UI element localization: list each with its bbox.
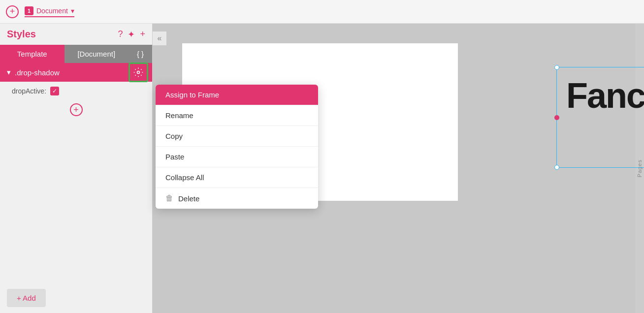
doc-title: Document [36,7,68,15]
trash-icon: 🗑 [165,194,173,203]
top-add-icon: + [10,6,15,17]
doc-arrow: ▾ [71,7,74,15]
gear-btn-container [129,63,148,82]
main-layout: Styles ? ✦ + Template [Document] [0,24,644,313]
add-circle-row: + [0,100,152,119]
pages-strip: Pages [635,24,644,313]
tab-template[interactable]: Template [0,45,64,63]
context-menu-paste[interactable]: Paste [156,147,318,167]
rename-label: Rename [165,111,193,120]
context-menu: Assign to Frame Rename Copy Paste Collap… [156,85,318,209]
drop-active-checkbox[interactable]: ✓ [50,87,59,95]
tab-template-label: Template [17,50,47,58]
handle-mid-left [554,115,559,120]
collapse-icon: « [158,34,162,43]
tabs-row: Template [Document] { } [0,45,152,63]
add-style-button[interactable]: + [140,29,145,39]
fancy-text-container: Fanc ✏️ Text [566,78,644,113]
collapse-all-label: Collapse All [165,173,204,182]
styles-icons: ? ✦ + [118,29,145,40]
add-button-label: + Add [17,294,36,302]
assign-to-frame-label: Assign to Frame [165,91,219,99]
drop-active-label: dropActive: [12,87,46,95]
delete-label: Delete [178,194,199,203]
top-add-button[interactable]: + [6,5,19,18]
magic-icon-button[interactable]: ✦ [128,29,135,40]
handle-left-pink [554,115,559,120]
context-menu-copy[interactable]: Copy [156,126,318,147]
context-menu-assign-to-frame[interactable]: Assign to Frame [156,85,318,105]
context-menu-delete[interactable]: 🗑 Delete [156,188,318,209]
gear-icon [133,67,143,77]
drop-shadow-row[interactable]: ▾ .drop-shadow [0,63,152,82]
handle-bot-left [554,165,559,170]
drop-active-row: dropActive: ✓ [0,82,152,100]
help-icon-button[interactable]: ? [118,29,123,39]
copy-label: Copy [165,132,183,140]
doc-badge: 1 [25,6,33,15]
document-tab[interactable]: 1 Document ▾ [25,6,74,17]
magic-icon: ✦ [128,30,135,39]
add-style-icon: + [140,29,145,39]
styles-title: Styles [7,29,36,40]
pages-label: Pages [637,159,643,177]
tab-document-label: [Document] [77,50,115,58]
context-menu-rename[interactable]: Rename [156,105,318,126]
tab-braces[interactable]: { } [129,45,152,63]
question-icon: ? [118,29,123,39]
left-panel: Styles ? ✦ + Template [Document] [0,24,153,313]
gear-button[interactable] [129,63,148,82]
top-bar: + 1 Document ▾ [0,0,644,24]
paste-label: Paste [165,153,184,161]
tab-braces-label: { } [137,50,144,58]
svg-point-0 [137,71,140,74]
add-button[interactable]: + Add [7,289,46,307]
add-circle-button[interactable]: + [70,103,83,116]
context-menu-collapse-all[interactable]: Collapse All [156,167,318,188]
drop-shadow-label: .drop-shadow [15,68,60,77]
drop-shadow-arrow: ▾ [7,68,11,77]
handle-top-left [554,65,559,70]
bottom-section: + Add [0,283,152,313]
fancy-text-part1: Fanc [566,78,644,113]
collapse-button[interactable]: « [153,31,166,45]
styles-header: Styles ? ✦ + [0,24,152,45]
tab-document[interactable]: [Document] [64,45,129,63]
